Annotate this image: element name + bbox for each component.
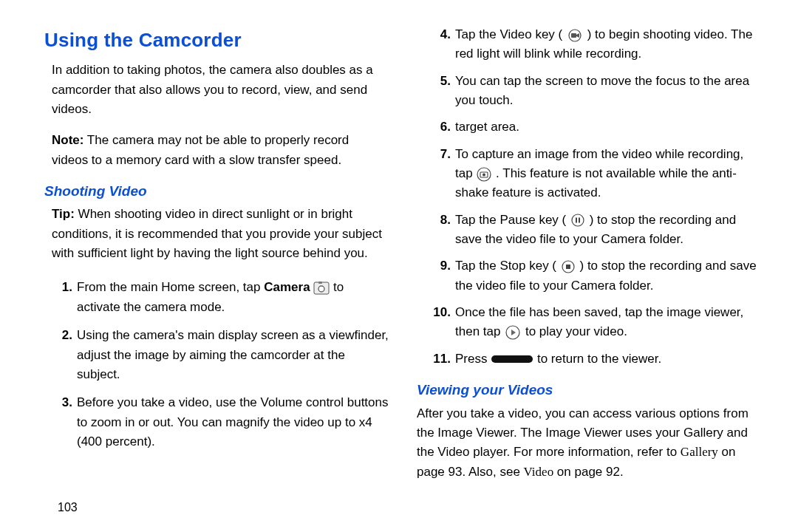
svg-rect-14 [491, 355, 533, 363]
note-label: Note: [52, 133, 83, 147]
step-number: 3. [44, 393, 77, 412]
svg-point-7 [482, 173, 485, 176]
list-item: 9. Tap the Stop key ( ) to stop the reco… [417, 256, 761, 296]
svg-rect-9 [576, 218, 577, 223]
list-item: 5. You can tap the screen to move the fo… [417, 72, 761, 111]
play-icon [504, 325, 522, 340]
step-number: 1. [44, 278, 77, 297]
svg-rect-4 [571, 33, 576, 38]
capture-icon [476, 167, 492, 182]
svg-point-2 [318, 286, 324, 292]
step-body: Before you take a video, use the Volume … [77, 393, 389, 451]
list-item: 4. Tap the Video key ( ) to begin shooti… [417, 25, 761, 64]
video-ref: Video [524, 465, 554, 479]
viewing-body: After you take a video, you can access v… [417, 404, 761, 482]
step-body: From the main Home screen, tap Camera to… [77, 278, 389, 317]
video-key-icon [566, 29, 584, 42]
steps-list-right: 4. Tap the Video key ( ) to begin shooti… [417, 25, 761, 369]
page-number: 103 [58, 501, 78, 514]
back-key-icon [491, 354, 533, 364]
svg-rect-12 [566, 265, 570, 269]
svg-rect-10 [579, 218, 580, 223]
pause-key-icon [570, 214, 586, 227]
list-item: 11. Press to return to the viewer. [417, 349, 761, 369]
camera-icon [313, 282, 330, 295]
list-item: 3. Before you take a video, use the Volu… [44, 393, 389, 451]
list-item: 7. To capture an image from the video wh… [417, 145, 761, 203]
list-item: 1. From the main Home screen, tap Camera… [44, 278, 389, 317]
tip-body: When shooting video in direct sunlight o… [52, 207, 382, 260]
right-column: 4. Tap the Video key ( ) to begin shooti… [417, 25, 761, 482]
steps-list-left: 1. From the main Home screen, tap Camera… [44, 278, 389, 451]
svg-point-8 [572, 214, 584, 226]
tip-block: Tip: When shooting video in direct sunli… [44, 205, 389, 263]
shooting-video-heading: Shooting Video [44, 180, 389, 202]
list-item: 10. Once the file has been saved, tap th… [417, 303, 761, 342]
gallery-ref: Gallery [681, 445, 718, 459]
list-item: 6. target area. [417, 117, 761, 137]
tip-label: Tip: [52, 207, 75, 221]
step-body: Using the camera's main display screen a… [77, 326, 389, 384]
step-number: 2. [44, 326, 77, 345]
list-item: 2. Using the camera's main display scree… [44, 326, 389, 384]
stop-key-icon [560, 260, 576, 273]
note-body: The camera may not be able to properly r… [52, 133, 349, 166]
svg-rect-1 [318, 282, 322, 284]
left-column: Using the Camcorder In addition to takin… [44, 25, 389, 482]
viewing-videos-heading: Viewing your Videos [417, 379, 761, 400]
note-block: Note: The camera may not be able to prop… [44, 131, 389, 170]
section-heading: Using the Camcorder [44, 25, 389, 55]
intro-text: In addition to taking photos, the camera… [44, 61, 389, 119]
list-item: 8. Tap the Pause key ( ) to stop the rec… [417, 211, 761, 250]
